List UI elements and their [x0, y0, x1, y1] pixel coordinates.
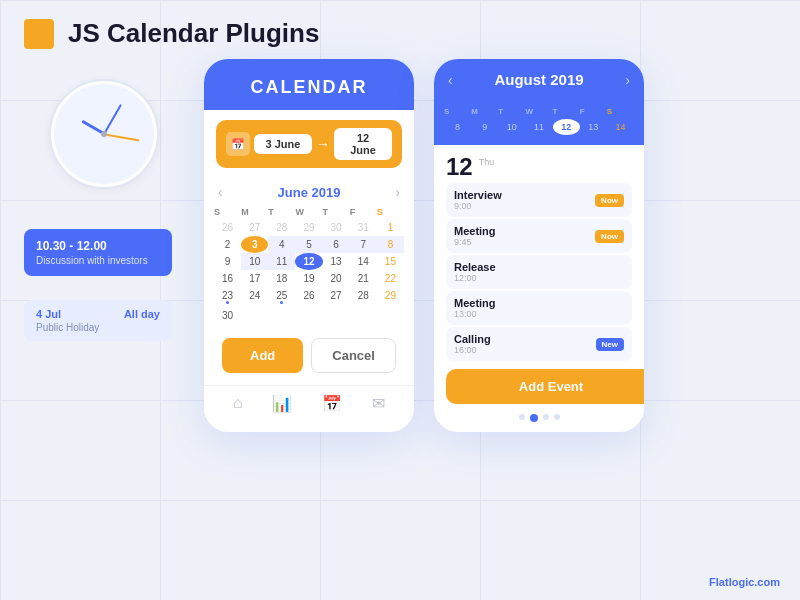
cal-day[interactable]: 19 [295, 270, 322, 287]
cal-day[interactable]: 9 [214, 253, 241, 270]
cal-day[interactable]: 10 [241, 253, 268, 270]
mini-cal-day[interactable]: 9 [471, 119, 498, 135]
clock-second-hand [104, 133, 140, 141]
dot-4[interactable] [554, 414, 560, 420]
cancel-button[interactable]: Cancel [311, 338, 396, 373]
holiday-allday: All day [124, 308, 160, 320]
event-info: Meeting 13:00 [454, 297, 496, 319]
events-date-display: 12 Thu [434, 145, 644, 183]
cal-day[interactable]: 27 [323, 287, 350, 307]
cal-day[interactable]: 8 [377, 236, 404, 253]
mini-weekday: T [553, 104, 580, 119]
mini-cal-day[interactable]: 14 [607, 119, 634, 135]
mail-icon[interactable]: ✉ [372, 394, 385, 413]
main-content: 10.30 - 12.00 Discussion with investors … [0, 59, 800, 432]
mini-cal-day[interactable]: 10 [498, 119, 525, 135]
cal-day[interactable]: 17 [241, 270, 268, 287]
cal-day[interactable]: 2 [214, 236, 241, 253]
mini-cal-day-selected[interactable]: 12 [553, 119, 580, 135]
event-info: Meeting 9:45 [454, 225, 496, 247]
mini-weekday: M [471, 104, 498, 119]
date-range-end[interactable]: 12 June [334, 128, 392, 160]
header-logo-icon [24, 19, 54, 49]
weekday-mon: M [241, 204, 268, 219]
list-item[interactable]: Meeting 9:45 Now [446, 219, 632, 253]
calendar-nav-icon[interactable]: 📅 [322, 394, 342, 413]
cal-day[interactable]: 16 [214, 270, 241, 287]
cal-day[interactable]: 5 [295, 236, 322, 253]
prev-month-button[interactable]: ‹ [218, 184, 223, 200]
cal-day [377, 307, 404, 324]
cal-day[interactable]: 13 [323, 253, 350, 270]
event-title: Release [454, 261, 496, 273]
cal-day-selected-end[interactable]: 12 [295, 253, 322, 270]
dots-indicator [434, 414, 644, 432]
event-title: Interview [454, 189, 502, 201]
bottom-navigation: ⌂ 📊 📅 ✉ [204, 385, 414, 425]
date-day: Thu [479, 157, 495, 167]
cal-day[interactable]: 26 [214, 219, 241, 236]
list-item[interactable]: Meeting 13:00 [446, 291, 632, 325]
list-item[interactable]: Release 12:00 [446, 255, 632, 289]
cal-day[interactable]: 22 [377, 270, 404, 287]
cal-day[interactable]: 27 [241, 219, 268, 236]
cal-day[interactable]: 30 [323, 219, 350, 236]
list-item[interactable]: Interview 9:00 Now [446, 183, 632, 217]
mini-cal-day[interactable]: 13 [580, 119, 607, 135]
clock-face [54, 84, 154, 184]
cal-day [268, 307, 295, 324]
add-button[interactable]: Add [222, 338, 303, 373]
cal-day[interactable]: 6 [323, 236, 350, 253]
calendar-actions: Add Cancel [204, 330, 414, 385]
clock-center [101, 131, 107, 137]
month-label: June 2019 [278, 185, 341, 200]
next-month-arrow[interactable]: › [625, 72, 630, 88]
cal-day[interactable]: 25 [268, 287, 295, 307]
cal-day[interactable]: 20 [323, 270, 350, 287]
dot-1[interactable] [519, 414, 525, 420]
weekday-headers: S M T W T F S [214, 204, 404, 219]
cal-day[interactable]: 1 [377, 219, 404, 236]
event-time: 16:00 [454, 345, 491, 355]
cal-day[interactable]: 18 [268, 270, 295, 287]
page-header: JS Calendar Plugins [0, 0, 800, 59]
list-item[interactable]: Calling 16:00 New [446, 327, 632, 361]
calendar-title: CALENDAR [204, 77, 414, 98]
mini-cal-day[interactable]: 8 [444, 119, 471, 135]
cal-day[interactable]: 29 [295, 219, 322, 236]
cal-day[interactable]: 7 [350, 236, 377, 253]
mini-cal-day[interactable]: 11 [525, 119, 552, 135]
cal-day[interactable]: 26 [295, 287, 322, 307]
dot-2-active[interactable] [530, 414, 538, 422]
dot-3[interactable] [543, 414, 549, 420]
date-range-start[interactable]: 3 June [254, 134, 312, 154]
cal-day[interactable]: 4 [268, 236, 295, 253]
event-time: 9:00 [454, 201, 502, 211]
weekday-sun: S [214, 204, 241, 219]
cal-day-selected-start[interactable]: 3 [241, 236, 268, 253]
next-month-button[interactable]: › [395, 184, 400, 200]
cal-day[interactable]: 23 [214, 287, 241, 307]
footer-credit: Flatlogic.com [709, 576, 780, 588]
clock-minute-hand [103, 104, 122, 134]
add-event-button[interactable]: Add Event [446, 369, 644, 404]
page-container: JS Calendar Plugins 10.30 - 12.00 Discus… [0, 0, 800, 600]
cal-day[interactable]: 31 [350, 219, 377, 236]
left-column: 10.30 - 12.00 Discussion with investors … [24, 79, 184, 432]
cal-day[interactable]: 21 [350, 270, 377, 287]
cal-day[interactable]: 11 [268, 253, 295, 270]
cal-day[interactable]: 28 [350, 287, 377, 307]
cal-week-1: 26 27 28 29 30 31 1 [214, 219, 404, 236]
cal-day [295, 307, 322, 324]
cal-day[interactable]: 30 [214, 307, 241, 324]
event-info: Interview 9:00 [454, 189, 502, 211]
mini-weekday: W [525, 104, 552, 119]
date-range-bar[interactable]: 📅 3 June → 12 June [216, 120, 402, 168]
cal-day[interactable]: 29 [377, 287, 404, 307]
chart-icon[interactable]: 📊 [272, 394, 292, 413]
cal-day[interactable]: 14 [350, 253, 377, 270]
cal-day[interactable]: 15 [377, 253, 404, 270]
home-icon[interactable]: ⌂ [233, 394, 243, 413]
cal-day[interactable]: 24 [241, 287, 268, 307]
cal-day[interactable]: 28 [268, 219, 295, 236]
